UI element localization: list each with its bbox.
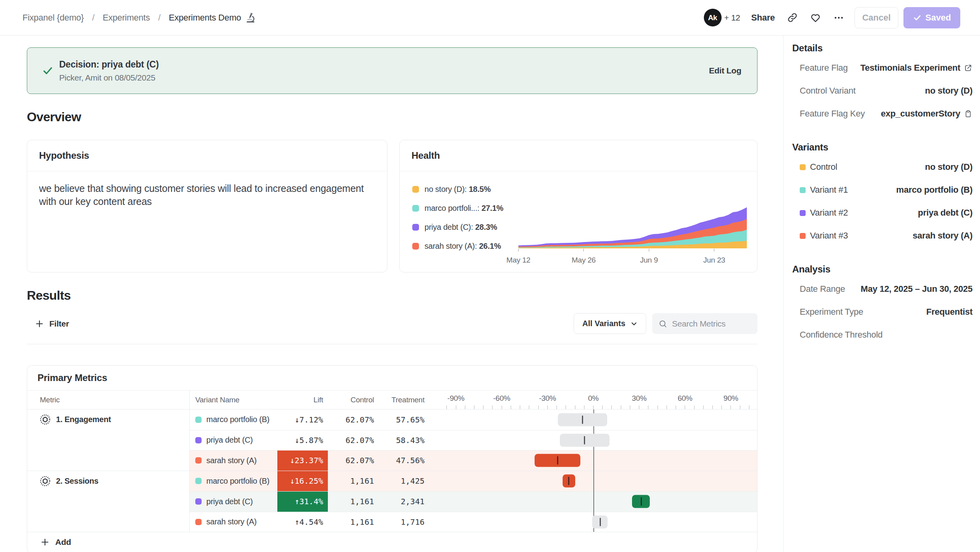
sidebar-row: Feature FlagTestimonials Experiment (792, 56, 973, 79)
lift-axis-tick (602, 406, 603, 409)
breadcrumb: Fixpanel {demo}/Experiments/Experiments … (22, 12, 256, 23)
edit-log-button[interactable]: Edit Log (709, 66, 741, 75)
metric-variant-row[interactable]: sarah story (A)↓23.37%62.07%47.56% (190, 450, 757, 471)
sidebar-row-label: Feature Flag (800, 63, 848, 73)
metric-variant-row[interactable]: priya debt (C)↑31.4%1,1612,341 (190, 491, 757, 512)
breadcrumb-label: Experiments Demo (169, 13, 241, 23)
variant-swatch (800, 164, 806, 170)
health-x-tick (714, 249, 714, 252)
metric-name[interactable]: 2. Sessions (56, 476, 98, 486)
lift-axis-tick (529, 406, 529, 409)
microscope-icon (245, 12, 256, 23)
sidebar-row-value: priya debt (C) (918, 208, 973, 218)
health-title: Health (400, 140, 757, 171)
hypothesis-text[interactable]: we believe that showing customer stories… (27, 171, 387, 219)
variant-swatch (195, 478, 202, 484)
health-x-label: May 26 (572, 256, 596, 265)
sidebar-row-label: Variant #3 (810, 231, 848, 241)
legend-swatch (412, 186, 419, 193)
breadcrumb-item[interactable]: Fixpanel {demo} (22, 13, 84, 23)
variant-name-cell: priya debt (C) (190, 430, 277, 451)
legend-label: no story (D): 18.5% (425, 185, 491, 194)
variant-row: Controlno story (D) (792, 156, 973, 178)
copy-link-icon[interactable] (787, 12, 798, 23)
breadcrumb-item[interactable]: Experiments Demo (169, 12, 256, 23)
health-x-tick (583, 249, 584, 252)
control-value: 62.07% (328, 430, 377, 451)
lift-axis-tick (749, 406, 750, 409)
sidebar-row-value: no story (D) (925, 86, 973, 96)
breadcrumb-item[interactable]: Experiments (103, 13, 150, 23)
hypothesis-card: Hypothesis we believe that showing custo… (27, 140, 387, 272)
variants-filter-dropdown[interactable]: All Variants (574, 313, 646, 334)
lift-value: ↓23.37% (277, 451, 328, 471)
search-metrics-input[interactable] (672, 319, 751, 329)
legend-value: 26.1% (479, 242, 501, 250)
ci-chart-cell (428, 512, 757, 532)
sidebar-row-value: no story (D) (925, 162, 973, 172)
treatment-value: 58.43% (377, 430, 428, 451)
plus-icon (35, 319, 44, 329)
sidebar-row-value: May 12, 2025 – Jun 30, 2025 (861, 284, 973, 294)
sidebar-row: Date RangeMay 12, 2025 – Jun 30, 2025 (792, 278, 973, 300)
decision-subtitle: Picker, Amit on 08/05/2025 (59, 73, 159, 83)
lift-axis-tick (474, 406, 475, 409)
lift-value: ↓7.12% (277, 409, 328, 430)
ci-chart-cell (428, 430, 757, 451)
saved-button[interactable]: Saved (903, 7, 960, 28)
sidebar-row-value: Frequentist (926, 307, 973, 317)
metric-target-icon (40, 476, 50, 486)
toolbar-right-group: All Variants (574, 313, 757, 334)
lift-axis-tick (547, 406, 548, 409)
avatar[interactable]: Ak (704, 9, 722, 26)
legend-value: 27.1% (481, 204, 503, 212)
health-x-label: Jun 9 (640, 256, 658, 265)
add-metric-button[interactable]: Add (27, 532, 757, 552)
ci-chart-cell (428, 409, 757, 430)
lift-axis-label: 30% (632, 394, 647, 403)
primary-metrics-body: 1. Engagementmarco portfolio (B)↓7.12%62… (27, 409, 757, 532)
metric-group: 1. Engagementmarco portfolio (B)↓7.12%62… (27, 409, 757, 471)
cancel-button[interactable]: Cancel (855, 7, 898, 28)
analysis-section: Analysis Date RangeMay 12, 2025 – Jun 30… (792, 263, 973, 346)
lift-value: ↑31.4% (277, 492, 328, 512)
lift-axis-tick (630, 406, 630, 409)
health-legend-item: marco portfoli...: 27.1% (412, 202, 518, 214)
variant-name: priya debt (C) (206, 436, 253, 445)
plus-icon (40, 537, 50, 547)
metric-cell: 2. Sessions (27, 471, 190, 532)
more-options-icon[interactable] (833, 12, 844, 23)
lift-axis-tick (740, 406, 741, 409)
legend-label: priya debt (C): 28.3% (425, 223, 497, 232)
metric-variant-row[interactable]: marco portfolio (B)↓16.25%1,1611,425 (190, 471, 757, 492)
lift-axis-tick (511, 406, 511, 409)
treatment-value: 2,341 (377, 492, 428, 512)
lift-marker (568, 477, 569, 485)
primary-metrics-header: Metric Variant Name Lift Control Treatme… (27, 391, 757, 409)
metric-variant-row[interactable]: priya debt (C)↓5.87%62.07%58.43% (190, 430, 757, 451)
share-button[interactable]: Share (751, 13, 775, 23)
saved-label: Saved (926, 13, 951, 23)
breadcrumb-label: Fixpanel {demo} (22, 13, 84, 23)
search-icon (658, 319, 667, 329)
add-filter-button[interactable]: Filter (27, 319, 69, 329)
lift-marker (641, 498, 642, 506)
variant-swatch (800, 233, 806, 239)
external-link-icon[interactable] (964, 64, 973, 72)
sidebar-row-value: marco portfolio (B) (896, 185, 973, 195)
metric-variant-row[interactable]: marco portfolio (B)↓7.12%62.07%57.65% (190, 409, 757, 430)
lift-axis-tick (657, 406, 658, 409)
treatment-value: 1,425 (377, 471, 428, 492)
variant-name-cell: sarah story (A) (190, 512, 277, 532)
lift-axis-tick (456, 406, 456, 409)
copy-icon[interactable] (964, 109, 973, 118)
health-legend-item: priya debt (C): 28.3% (412, 221, 518, 233)
sidebar-row: Experiment TypeFrequentist (792, 300, 973, 323)
collaborators-count[interactable]: + 12 (724, 13, 741, 23)
metric-name[interactable]: 1. Engagement (56, 414, 111, 425)
lift-axis-label: 90% (724, 394, 738, 403)
column-header-variant: Variant Name (190, 391, 277, 409)
lift-axis-label: 60% (678, 394, 692, 403)
favorite-heart-icon[interactable] (810, 12, 821, 23)
metric-variant-row[interactable]: sarah story (A)↑4.54%1,1611,716 (190, 512, 757, 532)
